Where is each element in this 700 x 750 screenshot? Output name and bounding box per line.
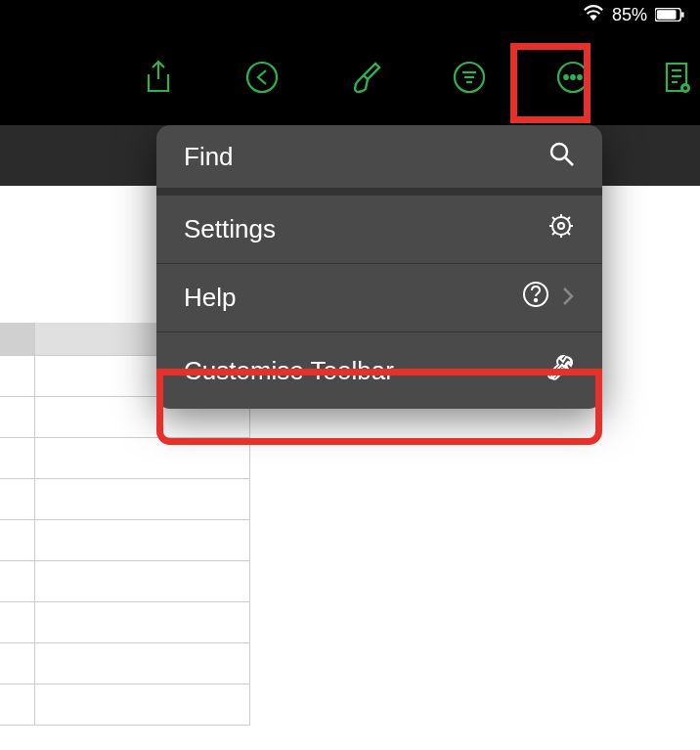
more-button[interactable] [551,56,594,99]
svg-line-26 [567,232,570,235]
menu-label-settings: Settings [184,214,276,244]
wrench-icon [547,354,575,388]
chevron-right-icon [561,283,575,313]
svg-point-3 [247,63,277,92]
menu-label-help: Help [184,283,236,313]
cell[interactable] [35,438,250,478]
toolbar [0,29,700,125]
cell[interactable] [35,520,250,560]
row-header[interactable] [0,684,35,725]
cell[interactable] [35,479,250,519]
svg-point-16 [683,86,687,90]
row-header[interactable] [0,602,35,642]
cell[interactable] [35,643,250,684]
svg-line-18 [565,157,573,165]
cell[interactable] [35,561,250,601]
more-dropdown-menu: Find Settings Help [156,125,602,409]
row-header[interactable] [0,438,35,478]
menu-label-customise: Customise Toolbar [184,356,394,386]
table-row[interactable] [0,561,250,602]
cell[interactable] [35,684,250,725]
svg-line-25 [552,217,555,220]
undo-button[interactable] [241,56,284,99]
menu-item-customise-toolbar[interactable]: Customise Toolbar [156,332,602,409]
corner-cell[interactable] [0,323,35,355]
battery-percent: 85% [612,5,647,25]
svg-point-11 [578,75,582,79]
svg-point-30 [535,299,537,301]
share-button[interactable] [137,56,180,99]
paintbrush-button[interactable] [344,56,387,99]
gear-icon [547,212,575,246]
filter-button[interactable] [448,56,491,99]
table-row[interactable] [0,520,250,561]
svg-point-10 [571,75,575,79]
row-header[interactable] [0,397,35,437]
wifi-icon [583,4,604,26]
status-bar: 85% [0,0,700,29]
table-row[interactable] [0,479,250,520]
notes-button[interactable] [655,56,698,99]
menu-item-settings[interactable]: Settings [156,196,602,264]
row-header[interactable] [0,356,35,396]
table-row[interactable] [0,643,250,684]
question-icon [522,281,549,315]
menu-label-find: Find [184,142,234,172]
table-row[interactable] [0,684,250,726]
row-header[interactable] [0,643,35,684]
svg-line-28 [567,217,570,220]
svg-point-20 [558,223,564,229]
menu-item-find[interactable]: Find [156,125,602,196]
svg-rect-2 [681,12,683,18]
table-row[interactable] [0,438,250,479]
row-header[interactable] [0,561,35,601]
search-icon [547,140,575,174]
svg-point-17 [551,144,567,159]
svg-point-9 [564,75,568,79]
svg-line-27 [552,232,555,235]
battery-icon [655,8,684,22]
cell[interactable] [35,602,250,642]
menu-item-help[interactable]: Help [156,264,602,332]
row-header[interactable] [0,479,35,519]
table-row[interactable] [0,602,250,643]
row-header[interactable] [0,520,35,560]
svg-rect-1 [657,10,677,19]
